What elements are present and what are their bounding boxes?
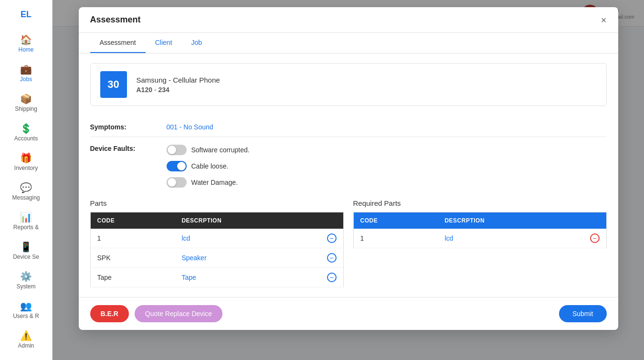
- tab-job[interactable]: Job: [182, 33, 212, 53]
- sidebar-item-label: Shipping: [15, 106, 37, 112]
- modal-body: 30 Samsung - Cellular Phone A120 - 234 S…: [79, 53, 618, 297]
- required-parts-title: Required Parts: [353, 199, 607, 207]
- symptoms-value: 001 - No Sound: [167, 123, 213, 131]
- modal-header: Assessment ×: [79, 7, 618, 33]
- req-part-description: lcd: [438, 229, 583, 248]
- reports-icon: 📊: [20, 212, 32, 222]
- toggle-track-water: [167, 177, 187, 188]
- remove-part-icon[interactable]: −: [327, 233, 337, 243]
- modal-footer: B.E.R Quote Replace Device Submit: [79, 297, 618, 330]
- fault-toggle-water[interactable]: [167, 177, 187, 188]
- submit-button[interactable]: Submit: [559, 305, 607, 322]
- part-action: −: [320, 248, 344, 268]
- sidebar-item-accounts[interactable]: 💲 Accounts: [0, 118, 52, 148]
- footer-left: B.E.R Quote Replace Device: [90, 305, 222, 322]
- remove-req-part-icon[interactable]: −: [590, 233, 600, 243]
- table-row: SPK Speaker −: [90, 248, 343, 268]
- device-icon: 📱: [20, 242, 32, 252]
- device-faults-label: Device Faults:: [90, 145, 157, 152]
- device-info: Samsung - Cellular Phone A120 - 234: [137, 76, 220, 94]
- fault-toggle-software[interactable]: [167, 145, 187, 155]
- sidebar-item-device[interactable]: 📱 Device Se: [0, 236, 52, 266]
- remove-part-icon[interactable]: −: [327, 253, 337, 263]
- sidebar-item-label: Jobs: [20, 76, 32, 83]
- req-col-action: [583, 212, 607, 229]
- toggle-thumb-water: [168, 178, 176, 187]
- inventory-icon: 🎁: [20, 153, 32, 163]
- sidebar-item-messaging[interactable]: 💬 Messaging: [0, 177, 52, 207]
- parts-section: Parts CODE DESCRPTION: [90, 199, 607, 287]
- sidebar-item-label: Reports &: [13, 224, 39, 231]
- modal-title: Assessment: [90, 15, 141, 25]
- accounts-icon: 💲: [20, 124, 32, 133]
- sidebar-item-system[interactable]: ⚙️ System: [0, 266, 52, 296]
- device-faults-section: Device Faults: Software corrupted.: [90, 137, 607, 195]
- sidebar-item-users[interactable]: 👥 Users & R: [0, 296, 52, 325]
- device-name: Samsung - Cellular Phone: [137, 76, 220, 84]
- sidebar-item-admin[interactable]: ⚠️ Admin: [0, 325, 52, 355]
- part-description: Tape: [175, 268, 320, 287]
- admin-icon: ⚠️: [20, 331, 32, 340]
- sidebar-item-jobs[interactable]: 💼 Jobs: [0, 59, 52, 88]
- fault-toggle-cable[interactable]: [167, 161, 187, 171]
- ber-button[interactable]: B.E.R: [90, 305, 129, 322]
- parts-column: Parts CODE DESCRPTION: [90, 199, 344, 287]
- app-logo: EL: [21, 5, 32, 29]
- users-icon: 👥: [20, 301, 32, 311]
- tab-assessment[interactable]: Assessment: [90, 33, 146, 53]
- fault-item-cable: Cable loose.: [167, 161, 250, 171]
- symptoms-label: Symptoms:: [90, 123, 157, 131]
- sidebar: EL 🏠 Home 💼 Jobs 📦 Shipping 💲 Accounts 🎁…: [0, 0, 53, 360]
- parts-col-action: [320, 212, 344, 229]
- toggle-thumb-cable: [177, 162, 186, 170]
- sidebar-item-label: Accounts: [14, 135, 38, 142]
- main-content: K Kajee 6@gmail.com Assessment × Assessm…: [53, 0, 644, 360]
- sidebar-item-label: Device Se: [13, 254, 39, 260]
- part-code: SPK: [90, 248, 175, 268]
- sidebar-item-label: Users & R: [13, 313, 39, 319]
- sidebar-item-inventory[interactable]: 🎁 Inventory: [0, 148, 52, 177]
- messaging-icon: 💬: [20, 183, 32, 192]
- modal-close-button[interactable]: ×: [601, 15, 607, 25]
- sidebar-item-reports[interactable]: 📊 Reports &: [0, 207, 52, 236]
- sidebar-item-label: Home: [18, 46, 33, 53]
- modal-tabs: Assessment Client Job: [79, 33, 618, 53]
- part-code: Tape: [90, 268, 175, 287]
- home-icon: 🏠: [20, 35, 32, 44]
- system-icon: ⚙️: [20, 272, 32, 281]
- fault-item-software: Software corrupted.: [167, 145, 250, 155]
- sidebar-item-label: Admin: [18, 342, 34, 349]
- symptoms-row: Symptoms: 001 - No Sound: [90, 117, 607, 137]
- sidebar-item-label: System: [16, 283, 35, 290]
- sidebar-item-home[interactable]: 🏠 Home: [0, 29, 52, 59]
- part-action: −: [320, 229, 344, 248]
- parts-col-code: CODE: [90, 212, 175, 229]
- req-part-action: −: [583, 229, 607, 248]
- device-code: A120 - 234: [137, 86, 220, 94]
- part-description: lcd: [175, 229, 320, 248]
- toggle-track-software: [167, 145, 187, 155]
- faults-list: Software corrupted. Cable loose.: [167, 145, 250, 188]
- parts-col-desc: DESCRPTION: [175, 212, 320, 229]
- sidebar-item-label: Inventory: [14, 165, 38, 171]
- sidebar-item-shipping[interactable]: 📦 Shipping: [0, 88, 52, 118]
- fault-label-water: Water Damage.: [191, 179, 238, 186]
- tab-client[interactable]: Client: [146, 33, 182, 53]
- req-part-code: 1: [353, 229, 438, 248]
- device-card: 30 Samsung - Cellular Phone A120 - 234: [90, 63, 607, 106]
- part-action: −: [320, 268, 344, 287]
- table-row: 1 lcd −: [353, 229, 606, 248]
- toggle-track-cable: [167, 161, 187, 171]
- remove-part-icon[interactable]: −: [327, 273, 337, 282]
- parts-title: Parts: [90, 199, 344, 207]
- device-number: 30: [100, 71, 127, 98]
- toggle-thumb-software: [168, 146, 176, 154]
- sidebar-item-label: Messaging: [12, 194, 40, 201]
- fault-label-cable: Cable loose.: [191, 162, 229, 170]
- required-parts-column: Required Parts CODE DESCRPTION: [353, 199, 607, 287]
- assessment-modal: Assessment × Assessment Client Job: [79, 7, 618, 330]
- required-parts-table: CODE DESCRPTION 1 lcd −: [353, 212, 607, 248]
- table-row: 1 lcd −: [90, 229, 343, 248]
- parts-table: CODE DESCRPTION 1 lcd −: [90, 212, 344, 287]
- quote-replace-button[interactable]: Quote Replace Device: [135, 305, 222, 322]
